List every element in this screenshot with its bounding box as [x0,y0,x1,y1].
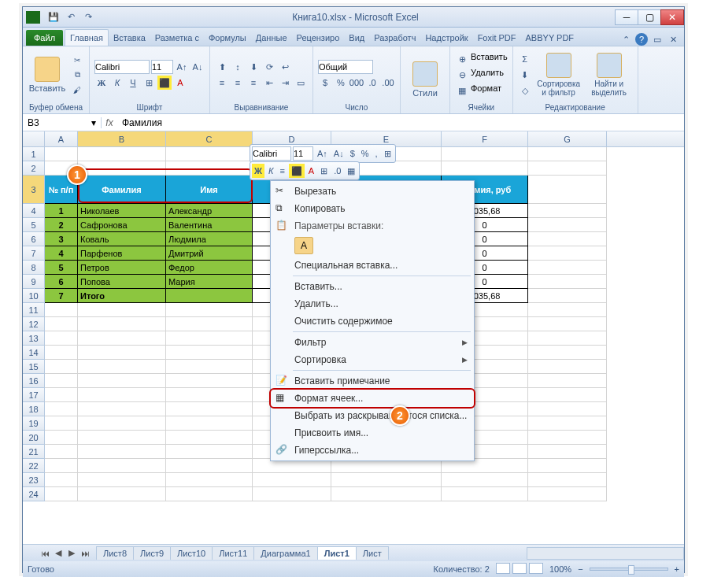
view-pagebreak-icon[interactable] [529,563,543,574]
cell[interactable] [166,303,253,317]
tab-layout[interactable]: Разметка с [150,30,204,46]
menu-delete[interactable]: Удалить... [271,295,474,312]
cell[interactable] [528,360,607,374]
tab-view[interactable]: Вид [344,30,369,46]
clear-icon[interactable]: ◇ [518,83,532,98]
cell[interactable] [528,473,607,487]
italic-button[interactable]: К [110,76,124,90]
paste-button[interactable]: Вставить [28,57,67,93]
cell[interactable] [45,431,78,445]
row-header[interactable]: 14 [23,346,45,360]
cell[interactable] [528,346,607,360]
menu-insert[interactable]: Вставить... [271,278,474,295]
tab-addins[interactable]: Надстройк [420,30,472,46]
cell[interactable] [528,147,607,161]
cell[interactable] [45,331,78,346]
cell[interactable] [528,176,607,204]
cell[interactable] [45,346,78,360]
cell[interactable]: Мария [166,275,253,289]
cell[interactable]: Коваль [78,232,166,246]
number-format-input[interactable] [318,60,373,74]
tab-abbyy[interactable]: ABBYY PDF [521,30,579,46]
row-header[interactable]: 13 [23,331,45,346]
cell[interactable] [45,459,78,473]
cell[interactable]: Александр [166,204,253,218]
tab-nav-prev-icon[interactable]: ◀ [52,547,65,560]
row-header[interactable]: 12 [23,317,45,331]
cell[interactable] [166,416,253,431]
cell[interactable] [78,473,166,487]
tab-nav-next-icon[interactable]: ▶ [65,547,78,560]
cell[interactable] [528,289,607,303]
row-header[interactable]: 17 [23,388,45,402]
formula-input[interactable]: Фамилия [117,117,684,128]
mini-increase-font-icon[interactable]: A↑ [315,146,330,161]
cell[interactable]: Парфенов [78,246,166,261]
cell[interactable] [528,431,607,445]
cell[interactable] [45,303,78,317]
cell[interactable]: Дмитрий [166,246,253,261]
minimize-button[interactable]: ─ [615,9,638,25]
cell[interactable] [166,161,253,176]
sheet-tab[interactable]: Лист8 [96,546,134,560]
cell[interactable] [45,473,78,487]
view-normal-icon[interactable] [496,563,510,574]
font-size-input[interactable] [151,60,173,74]
menu-format-cells[interactable]: ▦Формат ячеек... [271,390,474,407]
cell[interactable]: 5 [45,261,78,275]
row-header[interactable]: 8 [23,261,45,275]
decrease-font-icon[interactable]: A↓ [190,60,205,74]
row-header[interactable]: 6 [23,232,45,246]
col-header[interactable]: G [528,131,607,146]
bold-button[interactable]: Ж [94,76,109,90]
cell[interactable]: Федор [166,261,253,275]
align-bottom-icon[interactable]: ⬇ [246,60,261,74]
cell[interactable] [166,487,253,501]
cell[interactable]: Петров [78,261,166,275]
cell[interactable] [528,459,607,473]
cell[interactable] [442,487,528,501]
cell[interactable] [45,147,78,161]
cell[interactable] [78,346,166,360]
font-color-button[interactable]: A [173,76,187,90]
tab-nav-last-icon[interactable]: ⏭ [79,547,91,560]
mini-format-icon[interactable]: ▦ [345,164,357,178]
cell[interactable]: Сафронова [78,218,166,232]
styles-button[interactable]: Стили [405,61,445,98]
row-header[interactable]: 7 [23,246,45,261]
cell[interactable] [45,374,78,388]
cell[interactable] [528,388,607,402]
underline-button[interactable]: Ч [126,76,140,90]
cell[interactable] [442,161,528,176]
cell[interactable] [528,487,607,501]
row-header[interactable]: 5 [23,218,45,232]
tab-foxit[interactable]: Foxit PDF [473,30,521,46]
cell[interactable]: Людмила [166,232,253,246]
cell[interactable]: Итого [78,289,166,303]
cell[interactable] [45,317,78,331]
row-header[interactable]: 16 [23,374,45,388]
close-button[interactable]: ✕ [660,9,684,25]
cell[interactable] [528,317,607,331]
cell[interactable] [166,147,253,161]
fill-icon[interactable]: ⬇ [518,68,532,82]
copy-icon[interactable]: ⧉ [70,68,84,82]
mini-decimal-icon[interactable]: .0 [331,164,343,178]
find-select-button[interactable]: Найти и выделить [586,53,633,97]
mini-currency-icon[interactable]: $ [348,146,357,161]
cell[interactable] [528,445,607,459]
cell[interactable]: 6 [45,275,78,289]
cell[interactable] [528,275,607,289]
cell[interactable] [78,360,166,374]
mini-decrease-font-icon[interactable]: A↓ [331,146,346,161]
menu-pick-from-list[interactable]: Выбрать из раскрывающегося списка... [271,407,474,424]
cell[interactable] [166,289,253,303]
cell[interactable] [166,431,253,445]
delete-cells-icon[interactable]: ⊖ [455,68,469,82]
increase-decimal-icon[interactable]: .0 [365,76,379,90]
row-header[interactable]: 4 [23,204,45,218]
cell[interactable] [78,416,166,431]
cell[interactable] [78,317,166,331]
cell[interactable] [78,331,166,346]
cell[interactable] [528,303,607,317]
